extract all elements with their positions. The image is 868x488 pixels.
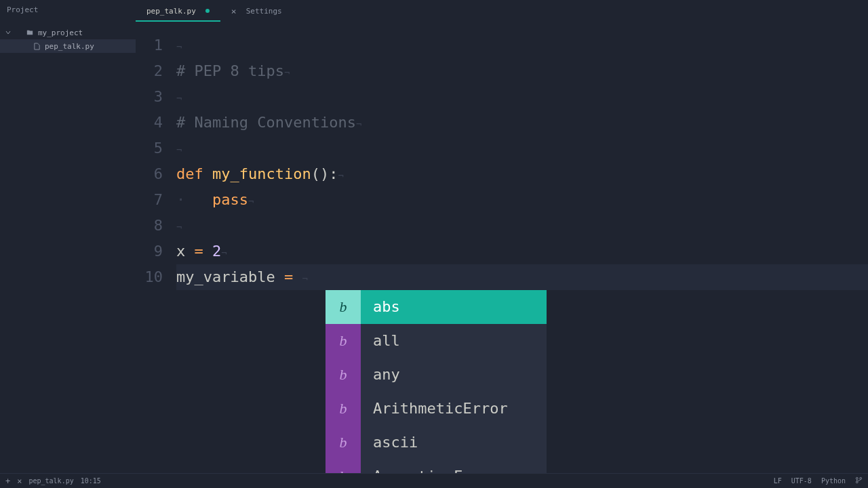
code-line[interactable]: ¬ [176,136,868,161]
code-line[interactable]: ¬ [176,213,868,239]
code-line[interactable]: my_variable = ¬ [176,264,868,290]
autocomplete-item[interactable]: babs [326,290,547,324]
autocomplete-popup[interactable]: babsballbanybArithmeticErrorbasciibAsser… [326,290,547,473]
autocomplete-item[interactable]: ball [326,324,547,358]
eol-marker-icon: ¬ [284,67,290,78]
code-editor[interactable]: 12345678910 babsballbanybArithmeticError… [136,22,868,473]
autocomplete-label: all [361,328,400,354]
code-line[interactable]: def my_function():¬ [176,161,868,187]
line-number: 7 [136,187,163,213]
status-bar: + × pep_talk.py 10:15 LF UTF-8 Python [0,473,868,488]
tab-settings[interactable]: ×Settings [220,0,293,22]
close-icon[interactable]: × [231,6,237,16]
autocomplete-kind-badge: b [326,460,361,473]
file-icon [33,42,41,50]
line-number: 10 [136,264,163,290]
autocomplete-label: abs [361,294,400,320]
line-number: 1 [136,33,163,58]
eol-marker-icon: ¬ [176,222,182,232]
autocomplete-label: ArithmeticError [361,396,508,422]
eol-marker-icon: ¬ [356,119,361,129]
line-number: 8 [136,213,163,239]
project-sidebar[interactable]: my_project pep_talk.py [0,22,136,473]
main-area: my_project pep_talk.py 12345678910 babsb… [0,22,868,473]
status-encoding[interactable]: UTF-8 [791,477,812,485]
eol-marker-icon: ¬ [176,144,182,155]
line-number: 9 [136,239,163,264]
autocomplete-item[interactable]: bArithmeticError [326,392,547,426]
eol-marker-icon: ¬ [176,93,182,104]
folder-icon [26,28,34,37]
code-line[interactable]: # PEP 8 tips¬ [176,58,868,84]
status-line-ending[interactable]: LF [774,477,782,485]
code-line[interactable]: x = 2¬ [176,239,868,264]
autocomplete-kind-badge: b [326,358,361,392]
eol-marker-icon: ¬ [176,41,182,52]
status-filename[interactable]: pep_talk.py [28,477,73,485]
close-panel-icon[interactable]: × [17,476,22,486]
status-language[interactable]: Python [821,477,846,485]
autocomplete-item[interactable]: bany [326,358,547,392]
svg-point-2 [856,481,858,483]
dirty-indicator-icon [205,9,210,13]
autocomplete-label: AssertionError [361,464,498,473]
code-content[interactable]: babsballbanybArithmeticErrorbasciibAsser… [176,22,868,473]
tab-bar: pep_talk.py×Settings [136,0,293,22]
line-number: 4 [136,110,163,136]
project-panel-label: Project [0,0,136,22]
git-branch-icon[interactable] [855,476,863,485]
autocomplete-item[interactable]: bascii [326,426,547,460]
svg-point-0 [856,477,858,479]
eol-marker-icon: ¬ [248,196,254,207]
eol-marker-icon: ¬ [221,247,226,258]
autocomplete-label: any [361,362,400,388]
folder-name: my_project [38,28,83,37]
autocomplete-kind-badge: b [326,392,361,426]
line-number: 6 [136,161,163,187]
code-line[interactable]: ¬ [176,33,868,58]
tab-pep_talk-py[interactable]: pep_talk.py [136,0,220,22]
new-file-icon[interactable]: + [5,476,10,486]
file-name: pep_talk.py [45,42,94,51]
svg-point-1 [860,477,862,479]
tab-label: pep_talk.py [146,7,196,16]
line-gutter: 12345678910 [136,22,176,473]
eol-marker-icon: ¬ [338,170,343,181]
autocomplete-kind-badge: b [326,290,361,324]
line-number: 3 [136,84,163,110]
autocomplete-item[interactable]: bAssertionError [326,460,547,473]
line-number: 5 [136,136,163,161]
code-line[interactable]: # Naming Conventions¬ [176,110,868,136]
eol-marker-icon: ¬ [302,273,307,284]
code-line[interactable]: ¬ [176,84,868,110]
chevron-down-icon [5,30,11,35]
status-cursor[interactable]: 10:15 [81,477,101,485]
code-line[interactable]: · pass¬ [176,187,868,213]
autocomplete-kind-badge: b [326,426,361,460]
line-number: 2 [136,58,163,84]
top-bar: Project pep_talk.py×Settings [0,0,868,22]
tab-label: Settings [246,7,282,16]
autocomplete-label: ascii [361,430,418,455]
tree-file[interactable]: pep_talk.py [0,39,136,53]
tree-folder-root[interactable]: my_project [0,26,136,39]
autocomplete-kind-badge: b [326,324,361,358]
